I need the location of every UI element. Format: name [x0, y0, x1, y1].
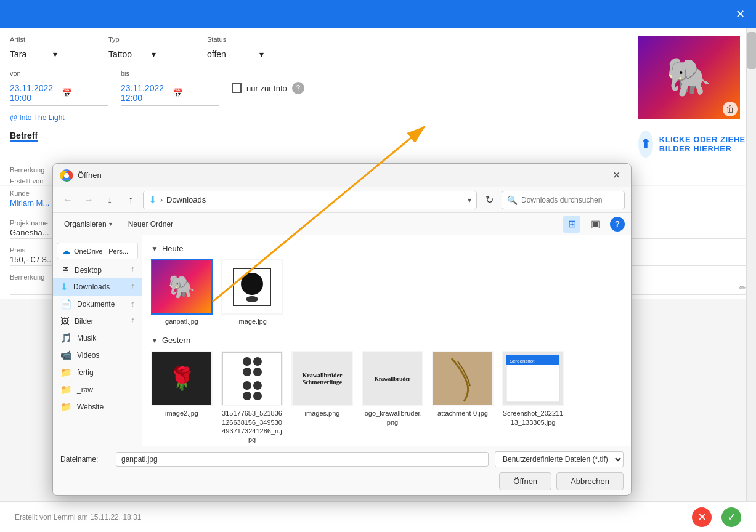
form-row-2: von 23.11.2022 10:00 📅 bis 23.11.2022 12…	[10, 70, 628, 106]
screenshot-image: Screenshot	[503, 352, 563, 405]
file-item-attachment[interactable]: attachment-0.jpg	[432, 351, 494, 444]
logo-krawallbruder-thumbnail: Krawallbrüder	[362, 351, 423, 406]
new-folder-button[interactable]: Neuer Ordner	[123, 217, 178, 231]
filetype-select[interactable]: Benutzerdefinierte Dateien (*.tif)	[495, 451, 624, 467]
desktop-icon: 🖥	[60, 265, 70, 275]
cancel-button[interactable]: ✕	[692, 507, 712, 527]
sidebar-item-bilder[interactable]: 🖼 Bilder ⇡	[53, 313, 142, 329]
path-bar[interactable]: ⬇ › Downloads ▾	[143, 191, 477, 209]
dialog-cancel-button[interactable]: Abbrechen	[556, 472, 624, 490]
upload-area[interactable]: ⬆ KLICKE ODER ZIEHE BILDER HIERHER	[638, 131, 746, 158]
website-folder-icon: 📁	[60, 401, 72, 413]
search-box: 🔍	[502, 191, 625, 209]
ganpati-filename: ganpati.jpg	[165, 317, 198, 326]
sidebar-item-videos[interactable]: 📹 Videos	[53, 347, 142, 364]
videos-icon: 📹	[60, 350, 72, 361]
dialog-actions: Öffnen Abbrechen	[60, 472, 624, 490]
sidebar-item-onedrive[interactable]: ☁ OneDrive - Pers...	[57, 243, 138, 259]
pencil-icon[interactable]: ✏	[739, 283, 746, 292]
file-item-imagespng[interactable]: KrawallbrüderSchmetterlinge images.png	[291, 351, 353, 444]
sidebar-item-dokumente[interactable]: 📄 Dokumente ⇡	[53, 296, 142, 313]
scrollbar-thumb[interactable]	[747, 32, 756, 69]
nur-info-checkbox[interactable]	[232, 83, 242, 93]
dialog-nav: ← → ↓ ↑ ⬇ › Downloads ▾ ↻ 🔍	[53, 187, 631, 213]
organize-button[interactable]: Organisieren ▾	[59, 217, 117, 231]
betreff-header: Betreff	[10, 131, 38, 142]
confirm-button[interactable]: ✓	[721, 507, 741, 527]
file-item-ganpati[interactable]: 🐘 ganpati.jpg	[151, 259, 213, 326]
imagespng-image: KrawallbrüderSchmetterlinge	[293, 352, 352, 405]
help-icon[interactable]: ?	[292, 82, 304, 94]
sidebar-item-downloads[interactable]: ⬇ Downloads ⇡	[53, 278, 142, 296]
path-dropdown-arrow[interactable]: ▾	[468, 196, 471, 204]
artist-group: Artist Tara ▾	[10, 36, 96, 62]
artist-label: Artist	[10, 36, 96, 43]
dokumente-pin-icon: ⇡	[130, 300, 136, 308]
scrollbar[interactable]	[746, 28, 756, 532]
musik-label: Musik	[77, 334, 136, 342]
file-item-imagejpg[interactable]: image.jpg	[221, 259, 283, 326]
bis-calendar-icon[interactable]: 📅	[173, 88, 219, 98]
nav-down-button[interactable]: ↓	[101, 191, 118, 209]
dialog-open-button[interactable]: Öffnen	[499, 472, 551, 490]
file-item-logo-krawallbruder[interactable]: Krawallbrüder logo_krawallbruder.png	[362, 351, 423, 444]
betreff-input[interactable]	[10, 147, 628, 161]
fertig-label: fertig	[77, 368, 136, 377]
sidebar-item-desktop[interactable]: 🖥 Desktop ⇡	[53, 262, 142, 278]
file-item-paws[interactable]: 315177653_521836126638156_34953049371732…	[221, 351, 283, 444]
gestern-section-header: ▼ Gestern	[151, 336, 622, 345]
nav-back-button[interactable]: ←	[59, 191, 76, 209]
dialog-toolbar: Organisieren ▾ Neuer Ordner ⊞ ▣ ?	[53, 213, 631, 235]
status-dropdown[interactable]: offen ▾	[207, 47, 312, 62]
nur-info-label: nur zur Info	[246, 84, 287, 93]
app-window: ✕ Artist Tara ▾ Typ Tattoo ▾	[0, 0, 756, 532]
status-value: offen	[207, 49, 259, 59]
nav-forward-button[interactable]: →	[80, 191, 97, 209]
footer-actions: ✕ ✓	[692, 507, 741, 527]
dialog-close-button[interactable]: ✕	[609, 168, 624, 183]
desktop-label: Desktop	[75, 266, 125, 275]
gestern-chevron[interactable]: ▼	[151, 336, 158, 345]
search-icon: 🔍	[507, 195, 518, 205]
artist-dropdown[interactable]: Tara ▾	[10, 47, 96, 62]
search-input[interactable]	[521, 196, 619, 204]
dialog-sidebar: ☁ OneDrive - Pers... 🖥 Desktop ⇡ ⬇ Downl…	[53, 235, 142, 446]
dialog-titlebar: Öffnen ✕	[53, 164, 631, 187]
sidebar-item-fertig[interactable]: 📁 fertig	[53, 364, 142, 381]
bis-field[interactable]: 23.11.2022 12:00 📅	[121, 81, 219, 106]
sidebar-item-musik[interactable]: 🎵 Musik	[53, 329, 142, 347]
status-dropdown-arrow: ▾	[259, 49, 312, 59]
dialog-help-button[interactable]: ?	[610, 217, 625, 232]
form-area: Artist Tara ▾ Typ Tattoo ▾ Status	[0, 28, 756, 185]
link-row[interactable]: @ Into The Light	[10, 113, 628, 122]
bis-value: 23.11.2022 12:00	[121, 83, 168, 103]
dialog-body: ☁ OneDrive - Pers... 🖥 Desktop ⇡ ⬇ Downl…	[53, 235, 631, 446]
heute-chevron[interactable]: ▼	[151, 244, 158, 253]
von-field[interactable]: 23.11.2022 10:00 📅	[10, 81, 108, 106]
onedrive-label: OneDrive - Pers...	[74, 248, 128, 255]
upload-icon: ⬆	[638, 131, 653, 158]
nav-up-button[interactable]: ↑	[122, 191, 139, 209]
file-dialog: Öffnen ✕ ← → ↓ ↑ ⬇ › Downloads ▾ ↻ 🔍 Or	[52, 163, 632, 496]
upload-text: KLICKE ODER ZIEHE BILDER HIERHER	[659, 135, 746, 153]
filename-input[interactable]	[116, 452, 489, 467]
typ-dropdown-arrow: ▾	[152, 49, 195, 59]
sidebar-item-website[interactable]: 📁 Website	[53, 398, 142, 416]
raw-folder-icon: 📁	[60, 384, 72, 395]
dokumente-icon: 📄	[60, 299, 72, 310]
filename-row: Dateiname: Benutzerdefinierte Dateien (*…	[60, 451, 624, 467]
downloads-label: Downloads	[73, 283, 125, 291]
title-bar-close-button[interactable]: ✕	[731, 6, 749, 23]
von-calendar-icon[interactable]: 📅	[62, 88, 108, 98]
file-item-screenshot[interactable]: Screenshot Screenshot_20221113_133305.jp…	[502, 351, 564, 444]
file-item-image2[interactable]: 🌹 image2.jpg	[151, 351, 213, 444]
sidebar-item-raw[interactable]: 📁 _raw	[53, 381, 142, 398]
paws-filename: 315177653_521836126638156_34953049371732…	[221, 409, 283, 444]
path-text: Downloads	[166, 195, 464, 204]
view-pane-button[interactable]: ▣	[587, 216, 604, 233]
refresh-button[interactable]: ↻	[481, 191, 498, 209]
view-grid-button[interactable]: ⊞	[563, 216, 580, 233]
image-delete-button[interactable]: 🗑	[723, 102, 738, 116]
typ-dropdown[interactable]: Tattoo ▾	[108, 47, 195, 62]
bis-group: bis 23.11.2022 12:00 📅	[121, 70, 219, 106]
